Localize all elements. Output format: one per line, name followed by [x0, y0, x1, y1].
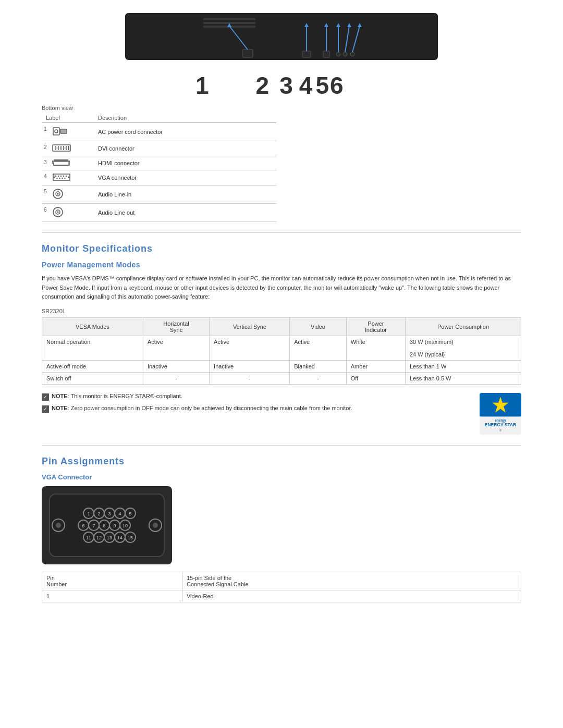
connector-label-4: 4: [42, 170, 94, 186]
svg-text:12: 12: [96, 535, 102, 540]
svg-point-55: [64, 178, 65, 179]
power-cell-activeoff-vsync: Inactive: [210, 360, 290, 372]
svg-point-33: [66, 147, 67, 149]
connector-row-5: 5 Audio Line-in: [42, 186, 276, 204]
monitor-image-section: 1 2 3 4 5 6: [42, 10, 521, 100]
pin-table-header-row: PinNumber 15-pin Side of theConnected Si…: [42, 572, 521, 590]
power-cell-switchoff-mode: Switch off: [42, 372, 143, 384]
power-cell-switchoff-consumption: Less than 0.5 W: [406, 372, 521, 384]
svg-text:4: 4: [118, 511, 121, 516]
energy-star-section: ✓ NOTE: This monitor is ENERGY STAR®-com…: [42, 393, 521, 435]
power-cell-switchoff-vsync: -: [210, 372, 290, 384]
power-row-normal: Normal operation Active Active Active Wh…: [42, 336, 521, 360]
svg-point-29: [55, 147, 57, 149]
svg-point-41: [60, 149, 62, 150]
vga-icon: [52, 173, 71, 181]
svg-point-73: [56, 523, 61, 528]
svg-text:1: 1: [87, 511, 90, 516]
svg-rect-6: [323, 51, 329, 57]
pin-col-signal: 15-pin Side of theConnected Signal Cable: [182, 572, 521, 590]
power-col-hsync: HorizontalSync: [143, 317, 209, 336]
power-cell-normal-video: Active: [290, 336, 347, 360]
connector-desc-6: Audio Line out: [94, 204, 276, 222]
svg-point-53: [59, 178, 60, 179]
col-label: Label: [42, 113, 94, 123]
svg-point-60: [57, 193, 59, 195]
svg-text:15: 15: [128, 535, 133, 540]
connector-desc-3: HDMI connector: [94, 156, 276, 170]
svg-rect-66: [480, 414, 521, 416]
connector-desc-2: DVI connector: [94, 141, 276, 156]
svg-point-32: [63, 147, 65, 149]
vga-image-container: 1 2 3 4 5 6 7 8 9 10: [42, 486, 172, 564]
power-cell-switchoff-video: -: [290, 372, 347, 384]
power-cell-normal-hsync: Active: [143, 336, 209, 360]
audio-out-icon: [52, 206, 64, 218]
svg-point-34: [55, 146, 56, 147]
power-cell-switchoff-indicator: Off: [346, 372, 405, 384]
power-table: VESA Modes HorizontalSync Vertical Sync …: [42, 317, 521, 385]
svg-rect-45: [54, 162, 68, 165]
svg-text:10: 10: [123, 523, 128, 528]
monitor-specs-title: Monitor Specifications: [42, 243, 521, 254]
audio-in-icon: [52, 188, 64, 200]
svg-text:13: 13: [107, 535, 112, 540]
bottom-view-section: Bottom view Label Description 1: [42, 105, 521, 222]
power-cell-normal-indicator: White: [346, 336, 405, 360]
note-1: ✓ NOTE: This monitor is ENERGY STAR®-com…: [42, 393, 464, 401]
note-icon-2: ✓: [42, 405, 49, 413]
svg-text:3: 3: [108, 511, 111, 516]
svg-point-56: [54, 177, 55, 178]
pin-signal-1: Video-Red: [182, 590, 521, 602]
svg-point-42: [63, 149, 64, 150]
monitor-diagram: [109, 10, 454, 68]
note-text-2: NOTE: Zero power consumption in OFF mode…: [52, 405, 352, 411]
connector-label-2: 2: [42, 141, 94, 156]
svg-point-54: [62, 178, 63, 179]
power-col-video: Video: [290, 317, 347, 336]
power-cell-activeoff-indicator: Amber: [346, 360, 405, 372]
svg-text:2: 2: [97, 511, 100, 516]
pin-row-1: 1 Video-Red: [42, 590, 521, 602]
dvi-icon: [52, 144, 71, 152]
divider-1: [42, 232, 521, 233]
connector-row-4: 4: [42, 170, 276, 186]
power-icon: [52, 126, 69, 137]
svg-rect-0: [125, 13, 438, 60]
connector-table: Label Description 1: [42, 113, 276, 222]
power-mgmt-description: If you have VESA's DPMS™ compliance disp…: [42, 274, 521, 302]
connector-row-6: 6 Audio Line out: [42, 204, 276, 222]
energy-star-logo: energy ENERGY STAR ®: [480, 393, 521, 435]
label-2: 2: [256, 71, 270, 100]
svg-text:5: 5: [129, 511, 131, 516]
svg-rect-44: [68, 146, 69, 150]
power-col-vesa: VESA Modes: [42, 317, 143, 336]
svg-point-40: [58, 149, 59, 150]
svg-point-43: [66, 149, 67, 150]
connector-row-3: 3 HDMI connector: [42, 156, 276, 170]
label-5: 5: [315, 71, 329, 100]
svg-point-23: [55, 130, 58, 133]
power-cell-switchoff-hsync: -: [143, 372, 209, 384]
page-wrapper: 1 2 3 4 5 6 Bottom view Label Descriptio…: [0, 0, 563, 613]
power-col-vsync: Vertical Sync: [210, 317, 290, 336]
connector-label-3: 3: [42, 156, 94, 170]
svg-point-49: [60, 176, 62, 177]
power-mgmt-title: Power Management Modes: [42, 261, 521, 269]
svg-text:6: 6: [82, 523, 84, 528]
svg-point-75: [153, 523, 158, 528]
model-label: SR2320L: [42, 308, 521, 314]
svg-rect-7: [336, 52, 340, 56]
svg-point-30: [58, 147, 59, 149]
svg-point-47: [55, 176, 56, 177]
svg-rect-71: [50, 494, 164, 557]
power-cell-normal-consumption: 30 W (maximum)24 W (typical): [406, 336, 521, 360]
svg-rect-4: [242, 50, 253, 57]
svg-point-36: [60, 146, 62, 147]
vga-diagram: 1 2 3 4 5 6 7 8 9 10: [47, 491, 167, 559]
svg-point-38: [66, 146, 67, 147]
power-cell-activeoff-consumption: Less than 1 W: [406, 360, 521, 372]
svg-point-57: [68, 177, 70, 178]
svg-rect-22: [53, 128, 59, 135]
label-4: 4: [299, 71, 313, 100]
